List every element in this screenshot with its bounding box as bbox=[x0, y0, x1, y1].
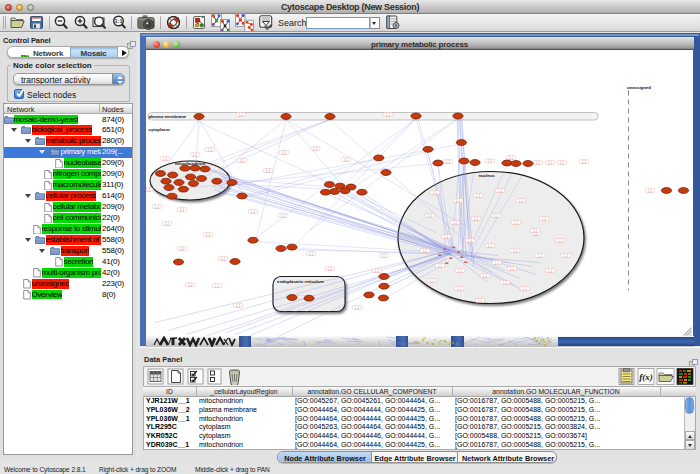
svg-text:[...]: [...] bbox=[438, 263, 442, 267]
svg-text:[...]: [...] bbox=[446, 159, 450, 163]
svg-text:[...]: [...] bbox=[488, 243, 492, 247]
svg-text:[...]: [...] bbox=[564, 253, 568, 257]
svg-text:[...]: [...] bbox=[519, 198, 523, 202]
svg-text:[...]: [...] bbox=[221, 256, 225, 260]
svg-text:[...]: [...] bbox=[509, 155, 513, 159]
svg-text:[...]: [...] bbox=[503, 280, 507, 284]
svg-text:cytoplasm: cytoplasm bbox=[149, 127, 170, 132]
svg-text:[...]: [...] bbox=[266, 168, 270, 172]
svg-text:[...]: [...] bbox=[533, 228, 537, 232]
svg-text:[...]: [...] bbox=[328, 266, 332, 270]
svg-text:f(x): f(x) bbox=[639, 371, 653, 381]
svg-text:[...]: [...] bbox=[560, 160, 564, 164]
svg-text:[...]: [...] bbox=[188, 282, 192, 286]
svg-text:[...]: [...] bbox=[375, 268, 379, 272]
svg-text:[...]: [...] bbox=[430, 278, 434, 282]
svg-text:[...]: [...] bbox=[456, 198, 460, 202]
svg-text:[...]: [...] bbox=[180, 246, 184, 250]
svg-text:[...]: [...] bbox=[344, 157, 348, 161]
svg-text:1:1: 1:1 bbox=[114, 18, 122, 24]
svg-text:[...]: [...] bbox=[478, 298, 482, 302]
svg-text:[...]: [...] bbox=[513, 248, 517, 252]
svg-text:[...]: [...] bbox=[193, 152, 197, 156]
svg-text:[...]: [...] bbox=[382, 253, 386, 257]
svg-text:mitochondrion: mitochondrion bbox=[175, 160, 205, 165]
svg-text:[...]: [...] bbox=[355, 305, 359, 309]
svg-text:[...]: [...] bbox=[236, 303, 240, 307]
svg-text:[...]: [...] bbox=[514, 220, 518, 224]
svg-text:[...]: [...] bbox=[281, 213, 285, 217]
svg-text:[...]: [...] bbox=[206, 232, 210, 236]
svg-text:[...]: [...] bbox=[510, 266, 514, 270]
svg-text:[...]: [...] bbox=[309, 251, 313, 255]
svg-text:plasma membrane: plasma membrane bbox=[149, 114, 187, 119]
svg-text:[...]: [...] bbox=[251, 209, 255, 213]
svg-text:[...]: [...] bbox=[180, 207, 184, 211]
svg-text:[...]: [...] bbox=[423, 248, 427, 252]
svg-text:[...]: [...] bbox=[165, 221, 169, 225]
svg-text:[...]: [...] bbox=[155, 204, 159, 208]
svg-text:[...]: [...] bbox=[453, 220, 457, 224]
svg-text:[...]: [...] bbox=[476, 193, 480, 197]
svg-text:[...]: [...] bbox=[582, 159, 586, 163]
svg-text:[...]: [...] bbox=[474, 216, 478, 220]
svg-text:[...]: [...] bbox=[444, 234, 448, 238]
svg-text:[...]: [...] bbox=[428, 213, 432, 217]
svg-text:[...]: [...] bbox=[523, 286, 527, 290]
svg-text:[...]: [...] bbox=[240, 158, 244, 162]
svg-text:[...]: [...] bbox=[488, 159, 492, 163]
svg-text:[...]: [...] bbox=[648, 188, 652, 192]
svg-text:[...]: [...] bbox=[208, 147, 212, 151]
svg-text:[...]: [...] bbox=[548, 268, 552, 272]
svg-text:[...]: [...] bbox=[163, 156, 167, 160]
svg-text:[...]: [...] bbox=[483, 273, 487, 277]
svg-text:[...]: [...] bbox=[215, 283, 219, 287]
svg-text:[...]: [...] bbox=[239, 112, 243, 116]
svg-text:unassigned: unassigned bbox=[627, 84, 651, 89]
svg-text:nucleus: nucleus bbox=[478, 173, 495, 178]
svg-text:[...]: [...] bbox=[433, 190, 437, 194]
svg-text:[...]: [...] bbox=[538, 253, 542, 257]
svg-text:[...]: [...] bbox=[386, 112, 390, 116]
svg-text:[...]: [...] bbox=[548, 160, 552, 164]
svg-text:[...]: [...] bbox=[468, 238, 472, 242]
svg-text:[...]: [...] bbox=[536, 160, 540, 164]
svg-text:[...]: [...] bbox=[495, 260, 499, 264]
svg-text:[...]: [...] bbox=[457, 286, 461, 290]
svg-text:endoplasmic reticulum: endoplasmic reticulum bbox=[277, 278, 324, 283]
svg-text:[...]: [...] bbox=[146, 187, 150, 191]
svg-text:[...]: [...] bbox=[558, 238, 562, 242]
svg-text:[...]: [...] bbox=[498, 188, 502, 192]
svg-text:[...]: [...] bbox=[494, 213, 498, 217]
svg-text:[...]: [...] bbox=[458, 268, 462, 272]
svg-text:[...]: [...] bbox=[313, 146, 317, 150]
svg-text:[...]: [...] bbox=[282, 150, 286, 154]
svg-text:[...]: [...] bbox=[542, 216, 546, 220]
svg-text:[...]: [...] bbox=[299, 295, 303, 299]
